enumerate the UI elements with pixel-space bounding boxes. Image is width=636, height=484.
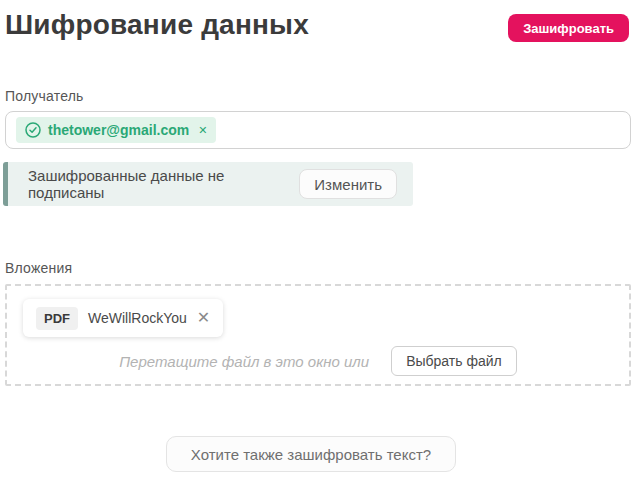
page-header: Шифрование данных Зашифровать — [5, 8, 631, 42]
attachments-label: Вложения — [5, 260, 631, 276]
page-title: Шифрование данных — [5, 8, 309, 42]
remove-recipient-icon[interactable]: ✕ — [198, 125, 207, 136]
remove-file-icon[interactable]: ✕ — [197, 310, 210, 326]
recipient-email-chip[interactable]: thetower@gmail.com ✕ — [16, 117, 216, 143]
encrypt-text-button[interactable]: Хотите также зашифровать текст? — [166, 436, 456, 472]
choose-file-button[interactable]: Выбрать файл — [391, 346, 517, 376]
recipient-input[interactable]: thetower@gmail.com ✕ — [5, 111, 631, 149]
file-dropzone[interactable]: PDF WeWillRockYou ✕ Перетащите файл в эт… — [5, 284, 631, 386]
footer-row: Хотите также зашифровать текст? — [5, 436, 631, 472]
encryption-page: Шифрование данных Зашифровать Получатель… — [0, 8, 636, 472]
encrypt-button[interactable]: Зашифровать — [508, 14, 629, 42]
dropzone-hint-row: Перетащите файл в это окно или Выбрать ф… — [7, 346, 629, 376]
signature-status-banner: Зашифрованные данные не подписаны Измени… — [3, 162, 413, 206]
recipient-label: Получатель — [5, 88, 631, 104]
attached-file-chip: PDF WeWillRockYou ✕ — [23, 299, 223, 337]
dropzone-hint-text: Перетащите файл в это окно или — [119, 353, 369, 370]
check-circle-icon — [25, 122, 41, 138]
recipient-email: thetower@gmail.com — [48, 122, 189, 138]
change-signature-button[interactable]: Изменить — [299, 169, 397, 199]
file-name: WeWillRockYou — [88, 310, 187, 326]
file-type-badge: PDF — [36, 307, 78, 330]
signature-status-text: Зашифрованные данные не подписаны — [28, 167, 299, 201]
